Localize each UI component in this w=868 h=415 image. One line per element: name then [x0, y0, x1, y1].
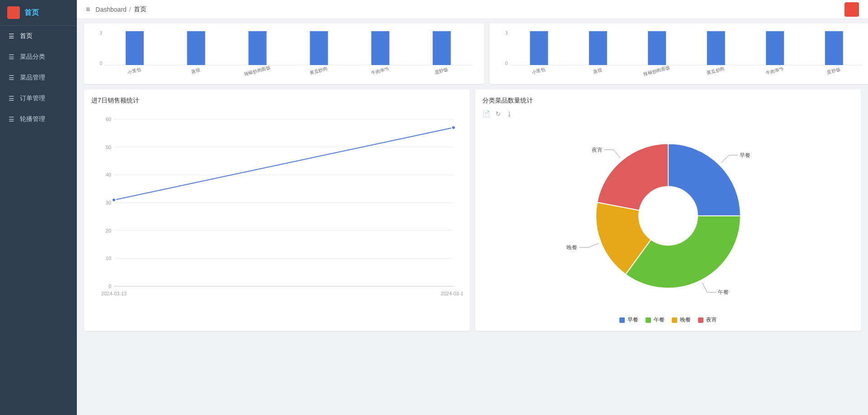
svg-text:0: 0 [108, 284, 111, 289]
svg-line-19 [721, 155, 729, 163]
legend-label: 午餐 [654, 316, 665, 324]
svg-text:2024-03-13: 2024-03-13 [101, 291, 127, 296]
line-chart-card: 进7日销售额统计 01020304050602024-03-132024-03-… [84, 89, 470, 331]
legend-dot [672, 317, 677, 323]
breadcrumb-root: Dashboard [95, 6, 127, 13]
legend-item: 午餐 [646, 316, 665, 324]
legend-label: 早餐 [627, 316, 638, 324]
order-icon: ☰ [7, 94, 15, 103]
svg-line-28 [613, 150, 620, 158]
legend-label: 夜宵 [706, 316, 717, 324]
svg-text:午餐: 午餐 [718, 289, 729, 295]
refresh-icon[interactable]: ↻ [495, 110, 501, 117]
line-chart-svg: 01020304050602024-03-132024-03-15 [91, 110, 462, 309]
legend-item: 晚餐 [672, 316, 691, 324]
bottom-charts-row: 进7日销售额统计 01020304050602024-03-132024-03-… [84, 89, 861, 331]
avatar[interactable] [844, 2, 859, 17]
sidebar: 首页 ☰ 首页 ☰ 菜品分类 ☰ 菜品管理 ☰ 订单管理 ☰ 轮播管理 [0, 0, 77, 415]
svg-point-18 [452, 126, 455, 130]
legend-item: 夜宵 [698, 316, 717, 324]
sidebar-item-order-label: 订单管理 [20, 94, 45, 103]
main-area: ≡ Dashboard / 首页 进7日销售额统计 01020304050602… [77, 0, 868, 415]
top-right-bar-chart [497, 29, 868, 79]
home-icon: ☰ [7, 32, 15, 40]
sidebar-logo-text: 首页 [24, 8, 39, 18]
sidebar-item-category-label: 菜品分类 [20, 53, 45, 61]
svg-text:60: 60 [106, 117, 111, 122]
donut-chart-wrapper: 早餐午餐晚餐夜宵 [482, 121, 854, 311]
header: ≡ Dashboard / 首页 [77, 0, 868, 19]
legend-label: 晚餐 [680, 316, 691, 324]
line-chart-container: 01020304050602024-03-132024-03-15 [91, 110, 462, 309]
svg-line-22 [702, 283, 707, 292]
sidebar-item-home[interactable]: ☰ 首页 [0, 26, 77, 47]
file-icon[interactable]: 📄 [482, 110, 490, 117]
svg-text:2024-03-15: 2024-03-15 [441, 291, 462, 296]
top-left-bar-chart [91, 29, 477, 79]
menu-icon[interactable]: ≡ [86, 5, 90, 14]
legend-item: 早餐 [619, 316, 638, 324]
donut-legend: 早餐午餐晚餐夜宵 [482, 316, 854, 324]
svg-text:50: 50 [106, 145, 111, 150]
svg-text:20: 20 [106, 228, 111, 233]
top-charts-row [84, 23, 861, 84]
legend-dot [619, 317, 625, 323]
sidebar-item-dish-label: 菜品管理 [20, 74, 45, 82]
legend-dot [698, 317, 703, 323]
svg-line-25 [588, 243, 598, 247]
sidebar-item-order-mgmt[interactable]: ☰ 订单管理 [0, 88, 77, 109]
download-icon[interactable]: ⭳ [506, 110, 513, 117]
svg-point-17 [112, 198, 116, 202]
category-icon: ☰ [7, 53, 15, 61]
svg-text:早餐: 早餐 [740, 152, 750, 159]
carousel-icon: ☰ [7, 115, 15, 123]
sidebar-item-carousel-mgmt[interactable]: ☰ 轮播管理 [0, 109, 77, 130]
sidebar-item-home-label: 首页 [20, 32, 33, 40]
breadcrumb-current: 首页 [134, 5, 146, 14]
content-area: 进7日销售额统计 01020304050602024-03-132024-03-… [77, 19, 868, 415]
svg-text:晚餐: 晚餐 [566, 244, 577, 251]
logo-icon [7, 6, 20, 19]
donut-chart-title: 分类菜品数量统计 [482, 97, 854, 105]
top-left-chart-card [84, 23, 484, 84]
breadcrumb-separator: / [129, 6, 131, 13]
top-right-chart-card [490, 23, 868, 84]
chart-toolbar: 📄 ↻ ⭳ [482, 110, 854, 117]
svg-text:10: 10 [106, 256, 111, 261]
sidebar-logo[interactable]: 首页 [0, 0, 77, 26]
sidebar-item-dish-mgmt[interactable]: ☰ 菜品管理 [0, 67, 77, 88]
sidebar-item-category[interactable]: ☰ 菜品分类 [0, 47, 77, 67]
line-chart-title: 进7日销售额统计 [91, 97, 462, 105]
dish-icon: ☰ [7, 74, 15, 82]
svg-text:40: 40 [106, 172, 111, 177]
donut-chart-svg: 早餐午餐晚餐夜宵 [551, 121, 786, 311]
sidebar-item-carousel-label: 轮播管理 [20, 115, 45, 123]
breadcrumb: ≡ Dashboard / 首页 [86, 5, 146, 14]
svg-text:夜宵: 夜宵 [591, 147, 602, 153]
donut-chart-card: 分类菜品数量统计 📄 ↻ ⭳ 早餐午餐晚餐夜宵 早餐午餐晚餐夜宵 [475, 89, 861, 331]
legend-dot [646, 317, 651, 323]
svg-text:30: 30 [106, 200, 111, 205]
